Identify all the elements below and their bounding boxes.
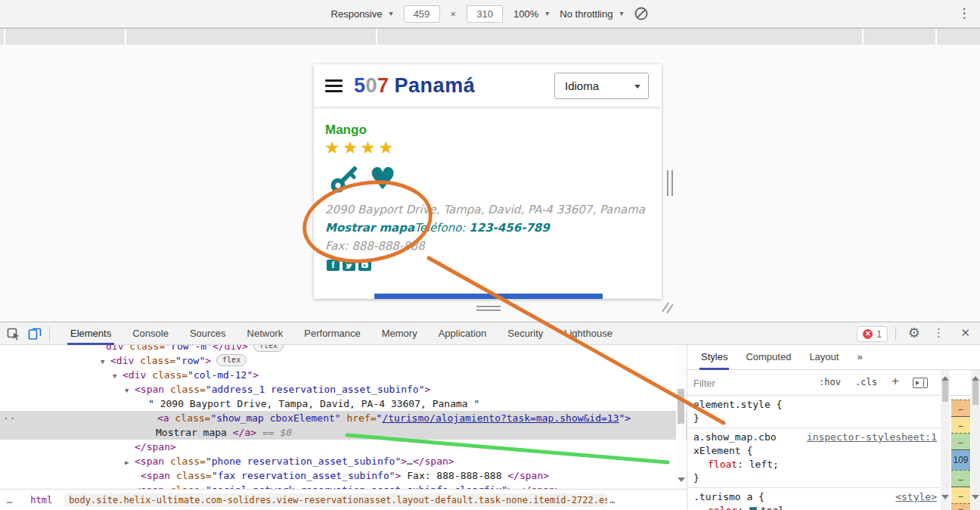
sidebar-more-tabs-icon[interactable]: » bbox=[848, 345, 871, 370]
sidebar-tab-computed[interactable]: Computed bbox=[737, 345, 800, 370]
rendering-pane-icon[interactable] bbox=[913, 378, 928, 388]
toggle-element-state-button[interactable]: :hov bbox=[819, 377, 841, 387]
scroll-up-icon[interactable] bbox=[941, 372, 949, 381]
viewport-resize-handle-corner[interactable] bbox=[659, 301, 675, 315]
tab-elements[interactable]: Elements bbox=[60, 322, 122, 345]
tree-row[interactable]: ▼<span class="address_1 reservation_asse… bbox=[0, 382, 687, 396]
logo-digit: 5 bbox=[354, 74, 366, 97]
stylesheet-link[interactable]: inspector-stylesheet:1 bbox=[807, 431, 937, 444]
site-logo[interactable]: 507Panamá bbox=[354, 74, 475, 98]
styles-scrollbar[interactable] bbox=[941, 370, 950, 510]
address-line: 2090 Bayport Drive, Tampa, David, PA-4 3… bbox=[325, 201, 662, 219]
elements-scrollbar[interactable] bbox=[676, 345, 686, 489]
device-toolbar-toggle-icon[interactable] bbox=[24, 324, 45, 344]
code-token: <div bbox=[122, 369, 146, 381]
settings-gear-icon[interactable]: ⚙ bbox=[908, 325, 920, 341]
box-model-strip: –––109––– bbox=[951, 400, 970, 510]
viewport-width-input[interactable] bbox=[404, 5, 440, 23]
scroll-down-icon[interactable] bbox=[972, 495, 979, 503]
new-style-rule-button[interactable]: + bbox=[892, 374, 899, 389]
css-line[interactable]: } bbox=[687, 412, 940, 425]
tab-network[interactable]: Network bbox=[237, 322, 294, 345]
css-line[interactable]: xElement { bbox=[687, 444, 940, 458]
twitter-icon[interactable] bbox=[343, 260, 355, 271]
css-token: color bbox=[708, 505, 737, 510]
code-token: class= bbox=[164, 456, 206, 467]
device-mode-select[interactable]: Responsive bbox=[331, 8, 393, 20]
tab-security[interactable]: Security bbox=[497, 322, 554, 345]
scroll-up-icon[interactable] bbox=[972, 372, 979, 381]
tree-row[interactable]: ▼<div class="row">flex bbox=[0, 353, 687, 368]
tree-row[interactable]: div class="row"-m"</div>flex bbox=[0, 345, 687, 353]
tab-sources[interactable]: Sources bbox=[179, 322, 237, 345]
viewport-resize-handle-bottom[interactable] bbox=[476, 306, 501, 311]
language-select[interactable]: Idioma bbox=[554, 73, 649, 99]
breadcrumb-overflow[interactable]: … bbox=[7, 495, 12, 505]
viewport-height-input[interactable] bbox=[467, 5, 503, 23]
logo-digit: 7 bbox=[377, 74, 389, 97]
scrollbar-thumb[interactable] bbox=[678, 389, 684, 424]
tab-performance[interactable]: Performance bbox=[293, 322, 371, 345]
error-icon: ✕ bbox=[863, 329, 873, 339]
scroll-down-icon[interactable] bbox=[678, 477, 685, 486]
tab-console[interactable]: Console bbox=[122, 322, 179, 345]
code-token: … bbox=[407, 456, 413, 467]
breadcrumb-html[interactable]: html bbox=[30, 495, 52, 505]
site-header: 507Panamá Idioma bbox=[314, 64, 662, 107]
styles-filter-input[interactable] bbox=[693, 374, 811, 392]
rotate-viewport-icon[interactable] bbox=[634, 6, 649, 21]
tab-memory[interactable]: Memory bbox=[371, 322, 428, 345]
code-token: $0 bbox=[280, 427, 292, 438]
css-token: : bbox=[737, 505, 749, 510]
scroll-down-icon[interactable] bbox=[941, 495, 949, 503]
scrollbar-thumb[interactable] bbox=[942, 381, 948, 402]
breadcrumb-overflow[interactable]: … bbox=[609, 495, 615, 505]
star-icon: ★ bbox=[378, 138, 396, 157]
sidebar-tab-layout[interactable]: Layout bbox=[800, 345, 848, 370]
devtools-menu-icon[interactable]: ⋮ bbox=[933, 326, 944, 340]
facebook-icon[interactable]: f bbox=[327, 260, 340, 271]
tab-application[interactable]: Application bbox=[428, 322, 498, 345]
youtube-icon[interactable] bbox=[358, 260, 371, 271]
sidebar-tab-styles[interactable]: Styles bbox=[692, 345, 737, 370]
css-line[interactable]: color: teal bbox=[687, 504, 940, 510]
color-swatch[interactable] bbox=[749, 507, 757, 510]
tree-row[interactable]: ▶<span class="phone reservation_asset_su… bbox=[0, 454, 687, 468]
tree-row[interactable]: <span class="fax reservation_asset_subin… bbox=[0, 468, 687, 483]
flex-badge[interactable]: flex bbox=[216, 354, 247, 366]
tree-row[interactable]: </span> bbox=[0, 440, 687, 454]
phone-number[interactable]: 123-456-789 bbox=[469, 221, 549, 235]
devtools-tabs: ElementsConsoleSourcesNetworkPerformance… bbox=[60, 322, 623, 345]
zoom-select[interactable]: 100% bbox=[513, 8, 549, 20]
breadcrumb-body[interactable]: body.site.helix-ultimate.com-solidres.vi… bbox=[64, 493, 607, 507]
tree-row[interactable]: Mostrar mapa </a> == $0 bbox=[0, 425, 687, 440]
device-toolbar-menu-icon[interactable]: ⋮ bbox=[957, 5, 971, 21]
media-query-strip bbox=[0, 28, 980, 45]
tree-row[interactable]: " 2090 Bayport Drive, Tampa, David, PA-4… bbox=[0, 396, 687, 411]
viewport-resize-handle-right[interactable] bbox=[667, 170, 673, 196]
devtools-close-icon[interactable]: ✕ bbox=[960, 326, 970, 340]
inspect-element-icon[interactable] bbox=[3, 324, 24, 344]
css-line[interactable]: element.style { bbox=[687, 398, 940, 412]
stylesheet-link[interactable]: <style> bbox=[895, 490, 937, 504]
throttling-select[interactable]: No throttling bbox=[560, 8, 623, 20]
scrollbar-thumb[interactable] bbox=[972, 381, 978, 405]
element-classes-button[interactable]: .cls bbox=[855, 377, 877, 387]
error-badge[interactable]: ✕1 bbox=[857, 326, 888, 342]
css-line[interactable]: .turismo a {<style> bbox=[687, 490, 940, 504]
hamburger-menu-icon[interactable] bbox=[325, 79, 343, 92]
sidebar-tabs: StylesComputedLayout» bbox=[687, 345, 980, 370]
show-map-link[interactable]: Mostrar mapa bbox=[325, 221, 414, 235]
code-token: == bbox=[256, 427, 280, 438]
flex-badge[interactable]: flex bbox=[253, 345, 284, 352]
tree-row[interactable]: ··<a class="show_map cboxElement" href="… bbox=[0, 411, 687, 425]
devtools-tabbar: ElementsConsoleSourcesNetworkPerformance… bbox=[0, 322, 980, 345]
tree-row[interactable]: ▶<span class="social_network reservation… bbox=[0, 483, 687, 489]
css-line[interactable]: } bbox=[687, 471, 940, 485]
css-line[interactable]: float: left; bbox=[687, 458, 940, 471]
tab-lighthouse[interactable]: Lighthouse bbox=[554, 322, 623, 345]
error-count: 1 bbox=[876, 329, 882, 340]
css-line[interactable]: a.show_map.cboinspector-stylesheet:1 bbox=[687, 431, 940, 444]
tree-row[interactable]: ▼<div class="col-md-12"> bbox=[0, 368, 687, 382]
sidebar-scrollbar[interactable] bbox=[971, 370, 980, 510]
